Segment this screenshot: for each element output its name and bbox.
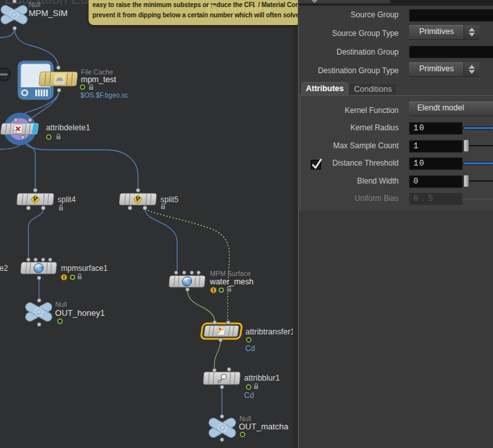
svg-text:attribdelete1: attribdelete1 xyxy=(46,123,91,132)
svg-text:water_mesh: water_mesh xyxy=(209,277,254,286)
svg-text:Cd: Cd xyxy=(245,344,255,353)
svg-text:attribblur1: attribblur1 xyxy=(244,374,280,383)
svg-text:mpmsurface1: mpmsurface1 xyxy=(61,264,108,273)
svg-text:e2: e2 xyxy=(0,264,8,273)
svg-text:split4: split4 xyxy=(58,195,76,204)
svg-text:$OS.$F.bgeo.sc: $OS.$F.bgeo.sc xyxy=(80,91,128,99)
svg-text:Null: Null xyxy=(29,1,40,8)
svg-text:Cd: Cd xyxy=(244,391,254,400)
svg-text:mpm_test: mpm_test xyxy=(81,75,116,84)
svg-text:MPM_SIM: MPM_SIM xyxy=(29,8,68,18)
svg-text:MPM Surface: MPM Surface xyxy=(210,270,251,277)
svg-text:Null: Null xyxy=(55,300,67,308)
svg-text:attribtransfer1: attribtransfer1 xyxy=(245,327,295,336)
svg-text:split5: split5 xyxy=(160,195,178,204)
svg-text:OUT_honey1: OUT_honey1 xyxy=(55,308,105,318)
svg-text:OUT_matcha: OUT_matcha xyxy=(239,422,289,431)
